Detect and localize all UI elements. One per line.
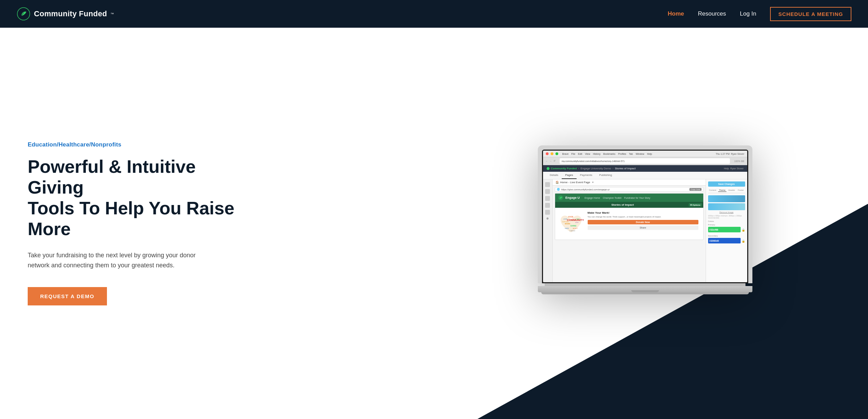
schedule-meeting-button[interactable]: SCHEDULE A MEETING <box>770 7 851 21</box>
panel-tabs: Content Theme Header Footer <box>708 189 745 193</box>
laptop-mockup: BraveFileEditViewHistoryBookmarksProfile… <box>538 145 752 294</box>
panel-primary-label: Primary <box>708 224 745 226</box>
panel-secondary-color-row: #2060d0 🔒 <box>708 238 745 244</box>
panel-remove-image-button[interactable]: Remove Image <box>708 211 745 213</box>
svg-text:CHANGE: CHANGE <box>569 230 575 232</box>
tab-details[interactable]: Details <box>546 172 562 179</box>
nav-login[interactable]: Log In <box>740 10 756 17</box>
panel-body-color-swatch <box>708 203 745 210</box>
tab-publishing[interactable]: Publishing <box>596 172 615 179</box>
nav-resources[interactable]: Resources <box>698 10 726 17</box>
panel-header-color-swatch <box>708 195 745 202</box>
breadcrumb-brand: Community Funded <box>551 167 577 170</box>
app-right-panel: Save Changes Content Theme Header Footer <box>706 179 747 282</box>
svg-text:FOOD: FOOD <box>568 216 573 218</box>
copy-link-button[interactable]: Copy Link <box>689 188 702 191</box>
svg-text:LOVE: LOVE <box>563 218 567 220</box>
app-tabs: Details Pages Payments Publishing <box>543 172 747 179</box>
svg-text:COMMUNITY: COMMUNITY <box>567 219 584 222</box>
navbar-nav: Home Resources Log In SCHEDULE A MEETING <box>668 7 851 21</box>
panel-primary-color-value: #33cf66 <box>709 229 718 231</box>
browser-time: Thu 1:27 PM <box>716 153 730 155</box>
panel-secondary-label: Secondary <box>708 235 745 237</box>
laptop-screen: BraveFileEditViewHistoryBookmarksProfile… <box>543 151 747 282</box>
home-icon: 🏠 <box>555 181 559 184</box>
preview-section-title: Stories of Impact ⚙ Options <box>555 202 703 208</box>
preview-brand: Engage U <box>566 196 580 199</box>
browser-user: Ryan Stover <box>731 153 744 155</box>
panel-tab-footer[interactable]: Footer <box>737 189 745 192</box>
panel-colors-title: Colors <box>708 220 745 222</box>
svg-text:GIVING: GIVING <box>570 225 577 227</box>
hero-title-line1: Powerful & Intuitive Giving <box>28 157 196 197</box>
word-cloud: FOOD COMMUNITY WORK GIVING LOVE GIVE MON… <box>557 210 585 238</box>
preview-url-text: https://give.communityfunded.com/engage-… <box>561 188 610 191</box>
tab-payments[interactable]: Payments <box>577 172 596 179</box>
preview-logo-icon <box>558 195 563 200</box>
sidebar-icon-5 <box>545 210 550 215</box>
breadcrumb-mid: Engage University Demo <box>580 167 611 170</box>
browser-url-text: my.communityfunded.com/initiatives/home/… <box>562 160 625 162</box>
preview-content-area: FOOD COMMUNITY WORK GIVING LOVE GIVE MON… <box>555 208 703 240</box>
app-editor: 🏠 Home - Live Event Page ▾ 🌐 https://giv… <box>553 179 706 282</box>
logo-tm: ™ <box>110 12 114 16</box>
app-main-content: 🏠 Home - Live Event Page ▾ 🌐 https://giv… <box>543 179 747 282</box>
panel-tab-theme[interactable]: Theme <box>718 189 727 192</box>
sidebar-icon-4 <box>545 203 550 208</box>
panel-save-button[interactable]: Save Changes <box>708 181 745 187</box>
website-preview: Engage U Engage Home Champion Toolkit Fu… <box>555 193 704 240</box>
sidebar-icon-6 <box>546 217 549 220</box>
svg-text:MONEY: MONEY <box>573 228 578 229</box>
panel-primary-color-row: #33cf66 🔒 <box>708 227 745 233</box>
browser-chrome: BraveFileEditViewHistoryBookmarksProfile… <box>543 151 747 157</box>
tab-pages[interactable]: Pages <box>562 172 577 179</box>
svg-text:GIVE: GIVE <box>575 222 579 223</box>
word-cloud-svg: FOOD COMMUNITY WORK GIVING LOVE GIVE MON… <box>557 210 585 238</box>
browser-close-dot <box>546 152 549 155</box>
panel-primary-color-picker-icon[interactable]: 🔒 <box>742 229 745 232</box>
hero-title: Powerful & Intuitive Giving Tools To Hel… <box>28 157 235 239</box>
hero-mockup: BraveFileEditViewHistoryBookmarksProfile… <box>436 132 868 315</box>
preview-nav-home: Engage Home <box>585 197 600 199</box>
preview-donate-button[interactable]: Donate Now <box>588 220 698 224</box>
logo-icon <box>17 7 30 21</box>
preview-nav-champion: Champion Toolkit <box>603 197 622 199</box>
logo[interactable]: Community Funded™ <box>17 7 114 21</box>
panel-primary-color-swatch[interactable]: #33cf66 <box>708 227 741 232</box>
navbar: Community Funded™ Home Resources Log In … <box>0 0 868 28</box>
preview-nav-fundraise: Fundraise for Your Story <box>624 197 650 199</box>
page-selector: 🏠 Home - Live Event Page ▾ <box>553 179 706 186</box>
panel-secondary-color-value: #2060d0 <box>709 240 719 242</box>
breadcrumb-current: Stories of Impact <box>615 167 635 170</box>
browser-menu-items: BraveFileEditViewHistoryBookmarksProfile… <box>562 153 652 155</box>
svg-text:SUPPORT: SUPPORT <box>562 221 569 223</box>
panel-secondary-color-swatch[interactable]: #2060d0 <box>708 238 741 243</box>
hero-subtitle: Education/Healthcare/Nonprofits <box>28 141 408 148</box>
laptop-stand <box>541 292 749 294</box>
panel-tab-content[interactable]: Content <box>708 189 717 192</box>
panel-tab-header[interactable]: Header <box>727 189 736 192</box>
panel-secondary-color-picker-icon[interactable]: 🔒 <box>742 240 745 243</box>
page-name[interactable]: Home - Live Event Page <box>560 181 590 184</box>
browser-maximize-dot <box>555 152 558 155</box>
preview-url-bar: 🌐 https://give.communityfunded.com/engag… <box>555 187 704 192</box>
nav-home[interactable]: Home <box>668 10 684 17</box>
browser-url-bar[interactable]: my.communityfunded.com/initiatives/home/… <box>560 158 730 164</box>
app-brand-icon: ⬤ <box>546 167 550 170</box>
preview-share-button[interactable]: Share <box>588 225 698 230</box>
panel-image-recommendation: 1000px x 500px minimum. 3000px x 1500px … <box>708 215 745 219</box>
breadcrumb-help: Help Ryan Stover <box>724 167 744 170</box>
hero-content: Education/Healthcare/Nonprofits Powerful… <box>0 121 436 326</box>
preview-cta-area: Make Your Mark! You can change the world… <box>585 210 701 238</box>
sidebar-icon-3 <box>545 196 550 201</box>
svg-text:CARE: CARE <box>576 218 580 220</box>
preview-site-header: Engage U Engage Home Champion Toolkit Fu… <box>555 194 703 202</box>
app-breadcrumb: ⬤ Community Funded › Engage University D… <box>543 165 747 172</box>
app-sidebar <box>543 179 553 282</box>
hero-description: Take your fundraising to the next level … <box>28 250 208 270</box>
laptop-screen-bezel: BraveFileEditViewHistoryBookmarksProfile… <box>542 150 748 283</box>
hero-title-line2: Tools To Help You Raise More <box>28 198 234 239</box>
laptop-base <box>538 286 752 292</box>
section-options-btn[interactable]: ⚙ Options <box>689 203 702 206</box>
request-demo-button[interactable]: REQUEST A DEMO <box>28 287 107 305</box>
